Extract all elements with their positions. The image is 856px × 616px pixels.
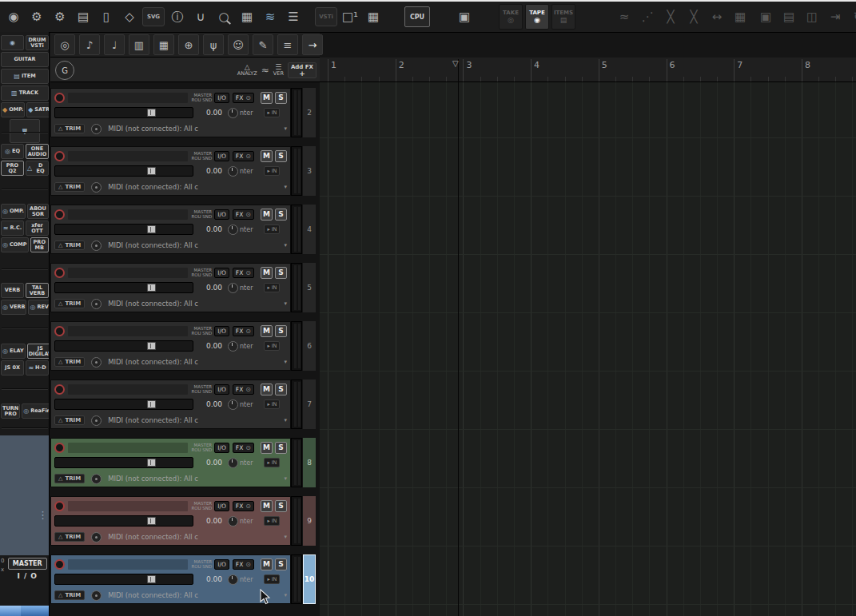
envelope-knob[interactable] xyxy=(91,474,102,484)
solo-button[interactable]: S xyxy=(275,442,287,454)
master-button[interactable]: MASTER xyxy=(8,558,47,570)
track-button[interactable]: ▥TRACK xyxy=(1,85,49,101)
track-2-panel[interactable]: MASTER ROU SNDI/OFX⊙MS0.00nter▸IN△TRIMMI… xyxy=(50,88,291,137)
track-number[interactable]: 10 xyxy=(303,554,316,604)
delay-button[interactable]: ◎ELAY xyxy=(1,344,26,359)
hd-button[interactable]: ≈H-D xyxy=(26,360,49,376)
guitar-vsti-button[interactable]: GUITAR xyxy=(1,52,49,67)
io-button[interactable]: I/O xyxy=(214,326,229,336)
volume-fader[interactable] xyxy=(54,165,193,177)
fx-power-icon[interactable]: ⊙ xyxy=(245,561,251,568)
envelope-knob[interactable] xyxy=(91,124,102,134)
vsti-browser-button[interactable]: ◉ xyxy=(1,35,24,50)
waveform-button[interactable]: ≈ xyxy=(261,65,269,76)
settings-gear-icon[interactable]: ⚙ xyxy=(50,6,70,27)
fader-handle[interactable] xyxy=(147,342,156,350)
record-arm-button[interactable] xyxy=(54,93,65,103)
drumkit-icon[interactable]: ◎ xyxy=(54,34,75,55)
mic-record-button[interactable]: ψ xyxy=(10,119,40,143)
io-button[interactable]: I/O xyxy=(214,93,229,103)
midi-dropdown-icon[interactable]: ▾ xyxy=(284,359,287,365)
web-browser-icon[interactable]: ⊕ xyxy=(178,34,199,55)
add-fx-button[interactable]: Add FX + xyxy=(288,62,317,78)
record-arm-button[interactable] xyxy=(54,268,65,278)
input-monitor-button[interactable]: ▸IN xyxy=(264,225,280,234)
track-number[interactable]: 5 xyxy=(303,263,316,312)
input-monitor-button[interactable]: ▸IN xyxy=(264,108,280,117)
fx-button[interactable]: FX⊙ xyxy=(233,501,254,511)
input-monitor-button[interactable]: ▸IN xyxy=(264,341,280,351)
tal-verb-button[interactable]: TAL VERB xyxy=(26,283,49,298)
save-project-icon[interactable]: ▤ xyxy=(73,6,94,27)
volume-fader[interactable] xyxy=(54,340,193,352)
items-mode-button[interactable]: ITEMS▤ xyxy=(551,4,575,30)
pan-knob[interactable] xyxy=(228,399,238,410)
mute-button[interactable]: M xyxy=(261,92,273,104)
pan-knob[interactable] xyxy=(228,283,238,293)
track-8-panel[interactable]: MASTER ROU SNDI/OFX⊙MS0.00nter▸IN△TRIMMI… xyxy=(50,438,291,487)
track-number[interactable]: 6 xyxy=(303,321,316,371)
envelope-points-icon[interactable]: ⋰ xyxy=(637,6,658,27)
js-0x-button[interactable]: JS 0X xyxy=(1,360,24,376)
volume-fader[interactable] xyxy=(54,457,193,468)
svg-badge[interactable]: SVG xyxy=(142,7,165,26)
edit-cursor-marker[interactable]: ▽ xyxy=(452,59,459,68)
volume-fader[interactable] xyxy=(54,515,193,527)
comp2-button[interactable]: ◎OMP. xyxy=(1,204,26,219)
app-logo-icon[interactable]: ◉ xyxy=(3,6,24,27)
fader-handle[interactable] xyxy=(147,400,156,408)
pan-knob[interactable] xyxy=(228,341,238,352)
io-button[interactable]: I/O xyxy=(214,209,229,220)
fx-power-icon[interactable]: ⊙ xyxy=(245,386,251,393)
dock-scroll-dots[interactable]: ⋮ xyxy=(38,511,48,519)
fader-handle[interactable] xyxy=(147,517,156,525)
envelope-knob[interactable] xyxy=(91,357,102,368)
fx-button[interactable]: FX⊙ xyxy=(233,559,254,570)
midi-dropdown-icon[interactable]: ▾ xyxy=(284,125,287,132)
track-6-panel[interactable]: MASTER ROU SNDI/OFX⊙MS0.00nter▸IN△TRIMMI… xyxy=(50,321,291,371)
magnet-snap-icon[interactable]: ∪ xyxy=(190,6,211,27)
fx-power-icon[interactable]: ⊙ xyxy=(245,269,251,276)
take-mode-button[interactable]: TAKE◎ xyxy=(499,4,523,30)
input-monitor-button[interactable]: ▸IN xyxy=(264,399,280,409)
trim-button[interactable]: △TRIM xyxy=(54,357,85,367)
cpu-meter[interactable]: CPU xyxy=(404,6,430,27)
trim-button[interactable]: △TRIM xyxy=(54,474,85,483)
trim-button[interactable]: △TRIM xyxy=(54,532,85,542)
track-name-field[interactable] xyxy=(68,151,188,161)
midi-dropdown-icon[interactable]: ▾ xyxy=(284,592,287,598)
track-number[interactable]: 9 xyxy=(303,496,316,546)
track-name-field[interactable] xyxy=(68,559,188,570)
record-arm-button[interactable] xyxy=(54,151,65,161)
routing-icon[interactable]: ≡ xyxy=(277,34,298,55)
fx-power-icon[interactable]: ⊙ xyxy=(245,444,251,451)
mute-button[interactable]: M xyxy=(261,267,273,279)
track-5-panel[interactable]: MASTER ROU SNDI/OFX⊙MS0.00nter▸IN△TRIMMI… xyxy=(50,263,291,312)
midi-dropdown-icon[interactable]: ▾ xyxy=(284,475,287,482)
envelope-knob[interactable] xyxy=(91,415,102,426)
trim-button[interactable]: △TRIM xyxy=(54,415,85,425)
solo-button[interactable]: S xyxy=(275,267,287,279)
remove-envelope-icon[interactable]: ╳ xyxy=(660,6,681,27)
record-arm-button[interactable] xyxy=(54,559,65,570)
grid-dots-icon[interactable]: ▦ xyxy=(730,6,750,27)
comp3-button[interactable]: ◎COMP xyxy=(1,237,29,252)
solo-button[interactable]: S xyxy=(275,325,287,337)
step-sequencer-icon[interactable]: ▦ xyxy=(153,34,174,55)
pro-mb-button[interactable]: PRO MB xyxy=(30,237,49,252)
info-icon[interactable]: ⓘ xyxy=(167,6,188,27)
grid-table-icon[interactable]: ▦ xyxy=(363,6,384,27)
verb2-button[interactable]: ◎VERB xyxy=(1,300,26,315)
track-4-panel[interactable]: MASTER ROU SNDI/OFX⊙MS0.00nter▸IN△TRIMMI… xyxy=(50,205,291,254)
mute-button[interactable]: M xyxy=(261,384,273,395)
fader-handle[interactable] xyxy=(147,459,156,467)
vsti-button[interactable]: VSTi xyxy=(315,7,337,26)
fader-handle[interactable] xyxy=(147,167,156,175)
volume-fader[interactable] xyxy=(54,224,193,235)
fx-button[interactable]: FX⊙ xyxy=(233,268,254,278)
spectrum-display-icon[interactable]: ≋ xyxy=(260,6,281,27)
render-icon[interactable]: ◇ xyxy=(119,6,140,27)
track-name-field[interactable] xyxy=(68,209,188,220)
solo-button[interactable]: S xyxy=(275,150,287,162)
midi-dropdown-icon[interactable]: ▾ xyxy=(284,242,287,248)
